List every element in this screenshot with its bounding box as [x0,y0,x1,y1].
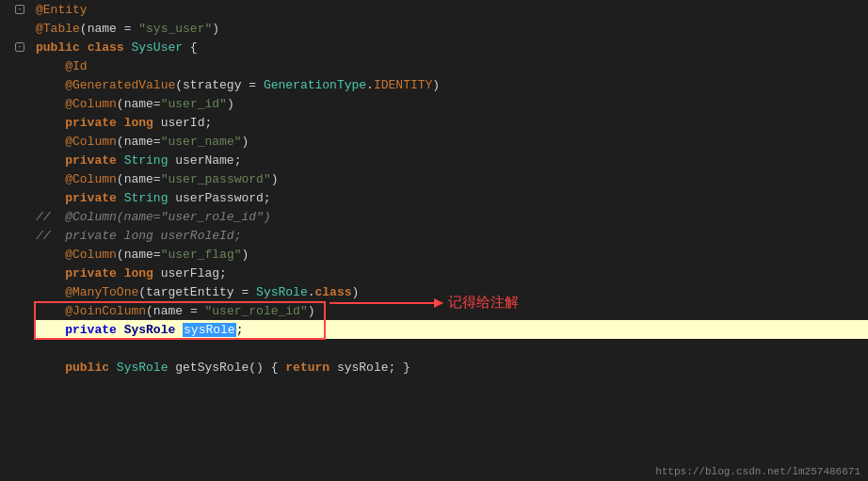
code-token: @Column [65,97,117,111]
code-token: ; [236,323,244,337]
code-line: private String userPassword; [36,188,868,207]
code-token: ( [117,172,124,186]
code-token [36,116,65,130]
code-token: public [65,361,109,375]
code-token [117,116,124,130]
code-token: private [65,191,117,205]
code-token: userName; [168,153,241,168]
code-line: private String userName; [36,151,868,169]
code-token: GenerationType [264,78,366,92]
code-token: = [183,304,204,318]
code-token [36,78,65,92]
code-token [36,135,65,149]
code-token [36,285,65,299]
code-token [124,40,132,55]
code-token: SysRole [117,361,169,375]
code-line: @JoinColumn(name = "user_role_id") [36,301,868,320]
gutter-line: - [15,38,24,56]
blog-url: https://blog.csdn.net/lm257486671 [655,466,860,477]
code-line: @Column(name="user_name") [36,132,868,151]
code-token: @Column [65,248,117,262]
code-token: SysRole [124,323,176,337]
code-token: "user_id" [161,97,227,111]
code-line: @Column(name="user_flag") [36,245,868,264]
code-line: @Column(name="user_id") [36,94,868,113]
code-token [36,97,65,111]
code-token [36,361,65,375]
gutter-line: - [15,0,24,19]
code-token: ) [242,135,249,149]
code-token: String [124,153,169,168]
code-token [117,323,124,337]
code-line [36,339,868,358]
code-token: = [153,135,161,149]
code-token: sysRole; } [330,361,410,375]
code-token: @Entity [36,3,88,17]
code-token: @Column [65,172,117,186]
code-token: name [124,172,153,186]
code-token: SysRole [256,285,308,299]
code-token: "user_name" [161,135,242,149]
code-token [117,153,124,168]
code-token: ( [117,248,124,262]
code-token [117,191,124,205]
code-token: ) [308,304,315,318]
code-line: @Id [36,56,868,75]
code-token: name [124,135,153,149]
code-token: name [124,97,153,111]
code-token: getSysRole() { [168,361,285,375]
code-token: // @Column(name="user_role_id") [36,210,271,224]
code-line: @Entity [36,0,868,19]
code-content: @Entity@Table(name = "sys_user")public c… [28,0,868,481]
code-token [109,361,117,375]
code-token: = [117,22,138,36]
code-token: String [124,191,169,205]
code-token: = [153,248,161,262]
code-token: @JoinColumn [65,304,146,318]
code-line: // @Column(name="user_role_id") [36,207,868,226]
code-token: "user_role_id" [204,304,307,318]
code-token: ) [271,172,279,186]
code-token: = [153,97,161,111]
code-token: ( [117,135,124,149]
code-token: = [234,285,256,299]
code-token: ( [117,97,124,111]
code-token: public [36,40,80,55]
code-token: "sys_user" [138,22,212,36]
code-token: private [65,323,117,337]
code-token: long [124,266,153,281]
code-token: name [124,248,153,262]
code-token: @Column [65,135,117,149]
code-line: @Column(name="user_password") [36,169,868,188]
code-token: ( [146,304,153,318]
code-token: ( [175,78,183,92]
code-token: long [124,116,153,130]
code-token [117,266,124,281]
code-line: @Table(name = "sys_user") [36,19,868,38]
code-token: SysUser [131,40,183,55]
code-token: "user_flag" [161,248,242,262]
code-token: . [308,285,315,299]
code-token: ) [352,285,360,299]
code-token [175,323,183,337]
code-token: ( [138,285,146,299]
code-line: @GeneratedValue(strategy = GenerationTyp… [36,75,868,94]
code-line: private long userFlag; [36,264,868,282]
fold-icon[interactable]: - [15,5,24,14]
code-token [36,323,65,337]
code-token: strategy [183,78,241,92]
code-token: ) [212,22,219,36]
code-token [36,304,65,318]
code-token: @Table [36,22,80,36]
code-line: // private long userRoleId; [36,226,868,245]
fold-icon[interactable]: - [15,42,24,52]
code-line [36,377,868,395]
selected-text: sysRole [183,323,236,337]
code-token: = [241,78,263,92]
code-token: class [88,40,124,55]
code-token: private [65,266,117,281]
code-line: @ManyToOne(targetEntity = SysRole.class) [36,282,868,301]
code-token: userFlag; [153,266,227,281]
code-token: userPassword; [168,191,270,205]
code-token: targetEntity [146,285,234,299]
